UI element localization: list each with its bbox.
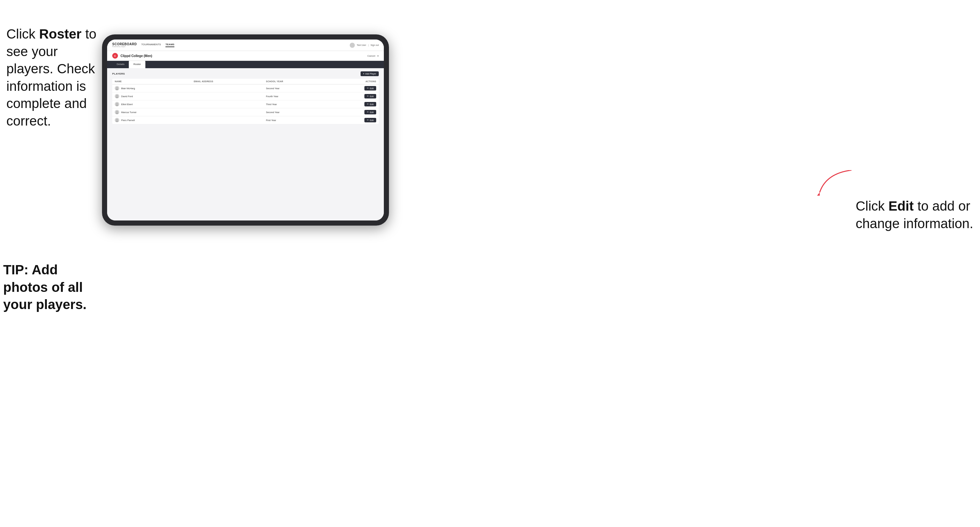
edit-label: Edit bbox=[370, 87, 374, 89]
player-actions-cell: ✏ Edit bbox=[329, 108, 379, 116]
player-email-cell bbox=[191, 100, 264, 108]
table-row: Blair McHarg Second Year ✏ Edit bbox=[112, 84, 379, 92]
pencil-icon: ✏ bbox=[367, 119, 369, 121]
player-name-cell: Elliot Ebert bbox=[112, 100, 191, 108]
nav-link-tournaments[interactable]: TOURNAMENTS bbox=[141, 43, 161, 47]
svg-point-9 bbox=[116, 111, 118, 113]
player-name: Marcus Turner bbox=[121, 111, 137, 114]
table-row: Marcus Turner Second Year ✏ Edit bbox=[112, 108, 379, 116]
table-row: David Ford Fourth Year ✏ Edit bbox=[112, 92, 379, 100]
edit-bold: Edit bbox=[888, 198, 914, 213]
svg-point-7 bbox=[116, 103, 118, 105]
svg-point-11 bbox=[116, 119, 118, 121]
left-annotation: Click Roster to see your players. Check … bbox=[6, 25, 99, 130]
player-year-cell: First Year bbox=[263, 116, 329, 124]
svg-point-5 bbox=[116, 95, 118, 97]
svg-point-12 bbox=[116, 121, 118, 122]
edit-label: Edit bbox=[370, 111, 374, 113]
tabs-row: Details Roster bbox=[107, 61, 384, 68]
tab-roster[interactable]: Roster bbox=[129, 61, 145, 68]
cancel-x-icon: × bbox=[377, 54, 379, 57]
edit-button[interactable]: ✏ Edit bbox=[364, 118, 376, 122]
roster-bold: Roster bbox=[39, 27, 82, 41]
player-name-cell: Marcus Turner bbox=[112, 108, 191, 116]
player-avatar bbox=[115, 110, 119, 114]
nav-left: SCOREBOARD Powered by clippd TOURNAMENTS… bbox=[112, 43, 174, 48]
nav-separator: | bbox=[368, 44, 369, 46]
player-actions-cell: ✏ Edit bbox=[329, 84, 379, 92]
player-name-cell: Piers Parnell bbox=[112, 116, 191, 124]
content-area: PLAYERS + Add Player NAME EMAIL ADDRESS … bbox=[107, 68, 384, 221]
edit-button[interactable]: ✏ Edit bbox=[364, 102, 376, 106]
player-year-cell: Second Year bbox=[263, 108, 329, 116]
player-actions-cell: ✏ Edit bbox=[329, 92, 379, 100]
player-email-cell bbox=[191, 92, 264, 100]
edit-button[interactable]: ✏ Edit bbox=[364, 94, 376, 98]
team-name: Clippd College (Men) bbox=[121, 54, 152, 58]
pencil-icon: ✏ bbox=[367, 111, 369, 113]
col-email: EMAIL ADDRESS bbox=[191, 79, 264, 84]
edit-button[interactable]: ✏ Edit bbox=[364, 86, 376, 90]
player-avatar bbox=[115, 86, 119, 90]
player-actions-cell: ✏ Edit bbox=[329, 100, 379, 108]
sign-out-link[interactable]: Sign out bbox=[371, 44, 379, 46]
roster-table: NAME EMAIL ADDRESS SCHOOL YEAR ACTIONS B… bbox=[112, 79, 379, 124]
svg-point-3 bbox=[116, 87, 118, 89]
player-name: David Ford bbox=[121, 95, 133, 98]
tablet-device: SCOREBOARD Powered by clippd TOURNAMENTS… bbox=[102, 35, 389, 225]
user-name: Test User bbox=[357, 44, 366, 46]
player-name: Elliot Ebert bbox=[121, 103, 133, 106]
add-player-button[interactable]: + Add Player bbox=[361, 71, 379, 76]
player-actions-cell: ✏ Edit bbox=[329, 116, 379, 124]
edit-label: Edit bbox=[370, 103, 374, 105]
players-header: PLAYERS + Add Player bbox=[112, 71, 379, 76]
pencil-icon: ✏ bbox=[367, 87, 369, 89]
edit-label: Edit bbox=[370, 95, 374, 97]
nav-link-teams[interactable]: TEAMS bbox=[165, 43, 174, 47]
brand-sub: Powered by clippd bbox=[112, 46, 137, 48]
player-name: Piers Parnell bbox=[121, 119, 135, 122]
svg-point-6 bbox=[116, 97, 118, 98]
player-year-cell: Fourth Year bbox=[263, 92, 329, 100]
table-row: Piers Parnell First Year ✏ Edit bbox=[112, 116, 379, 124]
edit-arrow bbox=[816, 170, 855, 196]
svg-point-10 bbox=[116, 113, 118, 114]
player-avatar bbox=[115, 94, 119, 98]
right-annotation: Click Edit to add or change information. bbox=[856, 198, 974, 232]
brand: SCOREBOARD Powered by clippd bbox=[112, 43, 137, 48]
edit-button[interactable]: ✏ Edit bbox=[364, 110, 376, 114]
col-school-year: SCHOOL YEAR bbox=[263, 79, 329, 84]
cancel-button[interactable]: Cancel × bbox=[367, 54, 379, 57]
player-email-cell bbox=[191, 116, 264, 124]
pencil-icon: ✏ bbox=[367, 95, 369, 97]
player-name-cell: Blair McHarg bbox=[112, 84, 191, 92]
nav-links: TOURNAMENTS TEAMS bbox=[141, 43, 174, 47]
player-email-cell bbox=[191, 108, 264, 116]
add-player-label: Add Player bbox=[365, 73, 376, 75]
col-actions: ACTIONS bbox=[329, 79, 379, 84]
user-avatar bbox=[350, 43, 355, 48]
tab-details[interactable]: Details bbox=[112, 61, 129, 68]
team-icon: C bbox=[112, 53, 118, 59]
svg-point-8 bbox=[116, 105, 118, 106]
player-name-cell: David Ford bbox=[112, 92, 191, 100]
tip-annotation: TIP: Add photos of all your players. bbox=[3, 261, 99, 314]
player-year-cell: Third Year bbox=[263, 100, 329, 108]
player-avatar bbox=[115, 102, 119, 106]
plus-icon: + bbox=[363, 73, 364, 75]
players-label: PLAYERS bbox=[112, 72, 125, 75]
player-avatar bbox=[115, 118, 119, 122]
table-row: Elliot Ebert Third Year ✏ Edit bbox=[112, 100, 379, 108]
team-name-row: C Clippd College (Men) bbox=[112, 53, 152, 59]
player-email-cell bbox=[191, 84, 264, 92]
player-name: Blair McHarg bbox=[121, 87, 135, 90]
pencil-icon: ✏ bbox=[367, 103, 369, 105]
tablet-screen: SCOREBOARD Powered by clippd TOURNAMENTS… bbox=[107, 40, 384, 221]
nav-right: Test User | Sign out bbox=[350, 43, 379, 48]
nav-bar: SCOREBOARD Powered by clippd TOURNAMENTS… bbox=[107, 40, 384, 51]
player-year-cell: Second Year bbox=[263, 84, 329, 92]
svg-point-4 bbox=[116, 89, 118, 90]
edit-label: Edit bbox=[370, 119, 374, 121]
team-header: C Clippd College (Men) Cancel × bbox=[107, 51, 384, 61]
col-name: NAME bbox=[112, 79, 191, 84]
